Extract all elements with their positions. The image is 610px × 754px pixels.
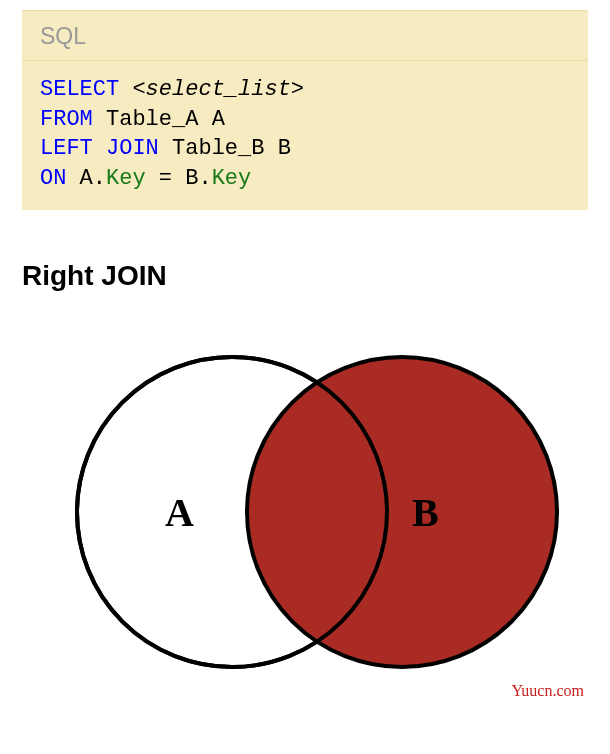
watermark: Yuucn.com [512,682,584,700]
section-heading: Right JOIN [22,260,610,292]
equals: = [146,166,186,191]
b-dot: B. [185,166,211,191]
select-list-placeholder: <select_list> [132,77,304,102]
key-b: Key [212,166,252,191]
venn-diagram: A B Yuucn.com [22,322,588,702]
table-b-ref: Table_B B [172,136,291,161]
venn-svg: A B [22,322,588,702]
table-a-ref: Table_A A [106,107,225,132]
code-language-label: SQL [40,23,86,49]
code-body: SELECT <select_list> FROM Table_A A LEFT… [22,61,588,210]
keyword-left-join: LEFT JOIN [40,136,159,161]
venn-circle-b [247,357,557,667]
keyword-select: SELECT [40,77,119,102]
keyword-on: ON [40,166,66,191]
code-header: SQL [22,11,588,61]
venn-label-a: A [165,490,194,535]
keyword-from: FROM [40,107,93,132]
key-a: Key [106,166,146,191]
code-block: SQL SELECT <select_list> FROM Table_A A … [22,10,588,210]
venn-label-b: B [412,490,439,535]
a-dot: A. [80,166,106,191]
